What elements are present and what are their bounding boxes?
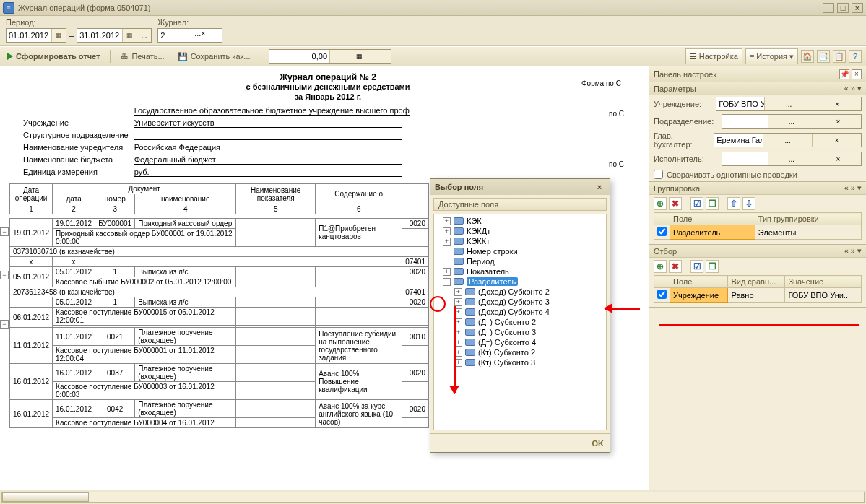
copy-button[interactable]: ❐ xyxy=(706,197,719,210)
status-bar xyxy=(0,490,866,504)
pin-icon[interactable]: 📌 xyxy=(839,69,849,79)
tree-node[interactable]: +(Доход) Субконто 2 xyxy=(434,287,606,297)
period-to-input[interactable] xyxy=(77,29,122,42)
config-button[interactable]: ☰ Настройка xyxy=(685,48,742,64)
table-row: 19.01.2012 19.01.2012БУ000001Приходный к… xyxy=(10,219,429,229)
dialog-close-button[interactable]: × xyxy=(594,181,605,193)
table-row: 05.01.2012 05.01.20121Выписка из л/с0020 xyxy=(10,267,429,277)
tool-icon-1[interactable]: 🏠 xyxy=(801,50,814,63)
collapse-checkbox[interactable] xyxy=(654,170,663,179)
horizontal-scrollbar[interactable] xyxy=(1,492,865,503)
tree-node[interactable]: +(Дт) Субконто 2 xyxy=(434,317,606,327)
period-label: Период: xyxy=(6,18,152,27)
add-filter-button[interactable]: ⊕ xyxy=(654,260,667,273)
section-grouping[interactable]: Группировка« » ▾ xyxy=(649,182,866,195)
tree-node[interactable]: +(Дт) Субконто 4 xyxy=(434,337,606,347)
collapse-toggle[interactable]: − xyxy=(0,271,9,279)
table-row: 11.01.2012 11.01.20120021Платежное поруч… xyxy=(10,328,429,346)
tree-node[interactable]: +(Кт) Субконто 3 xyxy=(434,357,606,368)
journal-label: Журнал: xyxy=(157,18,222,27)
table-row: 06.01.2012Кассовое поступление БУ000015 … xyxy=(10,308,429,326)
check-all-button[interactable]: ☑ xyxy=(690,197,703,210)
table-group-row: 03731030710 (в казначействе) xyxy=(10,247,429,257)
app-icon: ≡ xyxy=(3,2,14,14)
section-parameters[interactable]: Параметры« » ▾ xyxy=(649,82,866,95)
period-bar: Период: ▦ – ▦... Журнал: ... × xyxy=(0,16,866,46)
add-button[interactable]: ⊕ xyxy=(654,197,667,210)
journal-more-button[interactable]: ... xyxy=(194,29,201,42)
minimize-button[interactable]: _ xyxy=(823,3,834,13)
help-icon[interactable]: ? xyxy=(849,50,862,63)
param-glavbuh[interactable]: Еремина Галина Александровн...× xyxy=(714,133,862,147)
by-label-1: по С xyxy=(609,110,624,118)
table-row: 16.01.2012 16.01.20120042Платежное поруч… xyxy=(10,400,429,418)
tree-node[interactable]: +(Дт) Субконто 3 xyxy=(434,327,606,337)
check-all-filter-button[interactable]: ☑ xyxy=(690,260,703,273)
report-subtitle: с безналичными денежными средствами xyxy=(7,82,649,91)
param-podrazdelenie[interactable]: ...× xyxy=(722,114,862,129)
param-uchrezhdenie[interactable]: ГОБУ ВПО Университет искусс...× xyxy=(716,97,862,111)
tree-node[interactable]: +Показатель xyxy=(434,266,606,277)
period-from[interactable]: ▦ xyxy=(6,28,66,43)
tree-node[interactable]: +(Доход) Субконто 3 xyxy=(434,297,606,307)
tree-node[interactable]: +(Кт) Субконто 2 xyxy=(434,347,606,357)
period-more-button[interactable]: ... xyxy=(137,29,151,42)
print-button[interactable]: 🖶 Печать... xyxy=(118,52,167,61)
available-fields-header: Доступные поля xyxy=(433,198,607,211)
form-label: Форма по С xyxy=(581,79,621,87)
filter-row: УчреждениеРавноГОБУ ВПО Уни... xyxy=(654,288,862,303)
journal-clear-button[interactable]: × xyxy=(201,29,205,42)
collapse-toggle[interactable]: − xyxy=(0,320,9,329)
tree-node[interactable]: Период xyxy=(434,256,606,266)
remove-button[interactable]: ✖ xyxy=(669,197,682,210)
by-label-2: по С xyxy=(609,160,624,168)
tree-node[interactable]: Номер строки xyxy=(434,246,606,256)
remove-filter-button[interactable]: ✖ xyxy=(669,260,682,273)
maximize-button[interactable]: □ xyxy=(837,3,849,13)
period-to[interactable]: ▦... xyxy=(77,28,152,43)
report-title: Журнал операций № 2 xyxy=(7,72,649,82)
close-panel-icon[interactable]: × xyxy=(852,69,862,79)
report-meta: Государственное образовательное бюджетно… xyxy=(22,104,415,179)
dialog-title-bar[interactable]: Выбор поля× xyxy=(430,179,610,195)
journal-input[interactable] xyxy=(158,29,194,42)
close-button[interactable]: × xyxy=(852,3,863,13)
tree-node[interactable]: +КЭКДт xyxy=(434,226,606,236)
form-report-button[interactable]: Сформировать отчет xyxy=(4,52,103,61)
copy-filter-button[interactable]: ❐ xyxy=(706,260,719,273)
dialog-ok-button[interactable]: OK xyxy=(592,439,605,448)
filter-table[interactable]: ПолеВид сравн...Значение УчреждениеРавно… xyxy=(654,275,862,303)
section-filter[interactable]: Отбор« » ▾ xyxy=(649,245,866,258)
table-row: 16.01.2012 16.01.20120037Платежное поруч… xyxy=(10,364,429,382)
tree-node[interactable]: +КЭККт xyxy=(434,236,606,246)
history-button[interactable]: ≡ История ▾ xyxy=(745,48,798,64)
calendar-icon[interactable]: ▦ xyxy=(51,29,66,42)
settings-header: Панель настроек 📌 × xyxy=(649,66,866,82)
tool-icon-3[interactable]: 📋 xyxy=(833,50,846,63)
grouping-row: РазделительЭлементы xyxy=(654,225,862,240)
sum-field: 0,00▦ xyxy=(269,49,391,64)
grouping-table[interactable]: ПолеТип группировки РазделительЭлементы xyxy=(654,212,862,240)
tree-node[interactable]: -Разделитель xyxy=(434,277,606,287)
tree-node[interactable]: +КЭК xyxy=(434,216,606,226)
collapse-toggle[interactable]: − xyxy=(0,227,9,236)
title-bar: ≡ Журнал операций (форма 0504071) _ □ × xyxy=(0,0,866,16)
calc-icon[interactable]: ▦ xyxy=(329,50,391,63)
move-down-button[interactable]: ⇩ xyxy=(742,197,755,210)
tree-node[interactable]: +(Доход) Субконто 4 xyxy=(434,307,606,317)
save-as-button[interactable]: 💾 Сохранить как... xyxy=(175,52,254,61)
journal-field[interactable]: ... × xyxy=(157,28,222,43)
table-group-row: 20736123458 (в казначействе)07401 xyxy=(10,287,429,297)
move-up-button[interactable]: ⇧ xyxy=(727,197,740,210)
tool-icon-2[interactable]: 📑 xyxy=(817,50,830,63)
field-chooser-dialog: Выбор поля× Доступные поля +КЭК+КЭКДт+КЭ… xyxy=(430,178,610,453)
report-period: за Январь 2012 г. xyxy=(7,92,649,101)
field-tree[interactable]: +КЭК+КЭКДт+КЭККтНомер строкиПериод+Показ… xyxy=(433,214,607,430)
period-from-input[interactable] xyxy=(7,29,51,42)
settings-panel: Панель настроек 📌 × Параметры« » ▾ Учреж… xyxy=(649,66,866,490)
calendar-icon[interactable]: ▦ xyxy=(122,29,137,42)
command-bar: Сформировать отчет 🖶 Печать... 💾 Сохрани… xyxy=(0,46,866,66)
window-title: Журнал операций (форма 0504071) xyxy=(18,4,150,12)
param-ispolnitel[interactable]: ...× xyxy=(722,152,862,166)
report-table: Дата операции Документ Наименование пока… xyxy=(9,183,429,428)
